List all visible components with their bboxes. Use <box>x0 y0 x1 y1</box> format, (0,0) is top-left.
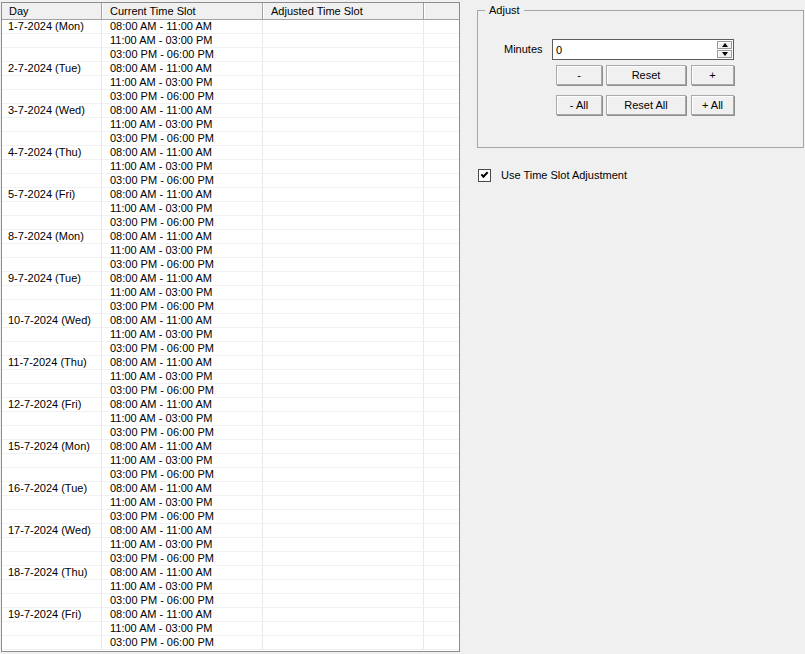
table-row[interactable]: 11:00 AM - 03:00 PM <box>2 412 459 426</box>
table-row[interactable]: 03:00 PM - 06:00 PM <box>2 510 459 524</box>
table-row[interactable]: 03:00 PM - 06:00 PM <box>2 468 459 482</box>
day-cell <box>2 594 102 608</box>
table-row[interactable]: 11:00 AM - 03:00 PM <box>2 244 459 258</box>
adjusted-time-slot-cell <box>263 48 424 62</box>
table-row[interactable]: 11:00 AM - 03:00 PM <box>2 496 459 510</box>
table-row[interactable]: 8-7-2024 (Mon)08:00 AM - 11:00 AM <box>2 230 459 244</box>
adjusted-time-slot-cell <box>263 244 424 258</box>
current-time-slot-cell: 11:00 AM - 03:00 PM <box>102 202 263 216</box>
adjusted-time-slot-cell <box>263 356 424 370</box>
table-row[interactable]: 03:00 PM - 06:00 PM <box>2 300 459 314</box>
day-cell: 3-7-2024 (Wed) <box>2 104 102 118</box>
column-header-current-time-slot[interactable]: Current Time Slot <box>102 3 263 19</box>
day-cell: 4-7-2024 (Thu) <box>2 146 102 160</box>
minus-all-button[interactable]: - All <box>556 95 602 115</box>
adjusted-time-slot-cell <box>263 20 424 34</box>
adjusted-time-slot-cell <box>263 34 424 48</box>
day-cell <box>2 76 102 90</box>
reset-button[interactable]: Reset <box>606 65 686 85</box>
table-row[interactable]: 11:00 AM - 03:00 PM <box>2 370 459 384</box>
minus-button[interactable]: - <box>556 65 602 85</box>
current-time-slot-cell: 11:00 AM - 03:00 PM <box>102 496 263 510</box>
table-row[interactable]: 03:00 PM - 06:00 PM <box>2 426 459 440</box>
use-time-slot-adjustment-label[interactable]: Use Time Slot Adjustment <box>501 169 627 182</box>
use-time-slot-adjustment-checkbox[interactable] <box>478 169 491 182</box>
adjusted-time-slot-cell <box>263 468 424 482</box>
table-row[interactable]: 11:00 AM - 03:00 PM <box>2 202 459 216</box>
current-time-slot-cell: 08:00 AM - 11:00 AM <box>102 482 263 496</box>
table-row[interactable]: 11-7-2024 (Thu)08:00 AM - 11:00 AM <box>2 356 459 370</box>
table-row[interactable]: 16-7-2024 (Tue)08:00 AM - 11:00 AM <box>2 482 459 496</box>
table-body: 1-7-2024 (Mon)08:00 AM - 11:00 AM11:00 A… <box>2 20 459 650</box>
table-row[interactable]: 03:00 PM - 06:00 PM <box>2 216 459 230</box>
spinner-up-button[interactable] <box>717 41 732 49</box>
table-row[interactable]: 15-7-2024 (Mon)08:00 AM - 11:00 AM <box>2 440 459 454</box>
table-row[interactable]: 18-7-2024 (Thu)08:00 AM - 11:00 AM <box>2 566 459 580</box>
table-row[interactable]: 2-7-2024 (Tue)08:00 AM - 11:00 AM <box>2 62 459 76</box>
table-row[interactable]: 03:00 PM - 06:00 PM <box>2 342 459 356</box>
adjusted-time-slot-cell <box>263 384 424 398</box>
table-row[interactable]: 03:00 PM - 06:00 PM <box>2 132 459 146</box>
table-row[interactable]: 03:00 PM - 06:00 PM <box>2 384 459 398</box>
day-cell: 19-7-2024 (Fri) <box>2 608 102 622</box>
table-row[interactable]: 10-7-2024 (Wed)08:00 AM - 11:00 AM <box>2 314 459 328</box>
table-row[interactable]: 11:00 AM - 03:00 PM <box>2 160 459 174</box>
table-row[interactable]: 17-7-2024 (Wed)08:00 AM - 11:00 AM <box>2 524 459 538</box>
current-time-slot-cell: 11:00 AM - 03:00 PM <box>102 244 263 258</box>
plus-all-button[interactable]: + All <box>691 95 734 115</box>
table-row[interactable]: 11:00 AM - 03:00 PM <box>2 622 459 636</box>
day-cell <box>2 580 102 594</box>
day-cell: 9-7-2024 (Tue) <box>2 272 102 286</box>
filler-cell <box>424 510 459 524</box>
day-cell <box>2 328 102 342</box>
minutes-input[interactable] <box>552 39 734 60</box>
adjusted-time-slot-cell <box>263 118 424 132</box>
table-row[interactable]: 3-7-2024 (Wed)08:00 AM - 11:00 AM <box>2 104 459 118</box>
table-row[interactable]: 11:00 AM - 03:00 PM <box>2 286 459 300</box>
filler-cell <box>424 20 459 34</box>
filler-cell <box>424 258 459 272</box>
table-row[interactable]: 11:00 AM - 03:00 PM <box>2 76 459 90</box>
table-row[interactable]: 4-7-2024 (Thu)08:00 AM - 11:00 AM <box>2 146 459 160</box>
plus-button[interactable]: + <box>691 65 734 85</box>
filler-cell <box>424 566 459 580</box>
table-row[interactable]: 11:00 AM - 03:00 PM <box>2 454 459 468</box>
column-header-adjusted-time-slot[interactable]: Adjusted Time Slot <box>263 3 424 19</box>
table-row[interactable]: 03:00 PM - 06:00 PM <box>2 552 459 566</box>
table-row[interactable]: 03:00 PM - 06:00 PM <box>2 48 459 62</box>
filler-cell <box>424 384 459 398</box>
table-row[interactable]: 11:00 AM - 03:00 PM <box>2 118 459 132</box>
table-row[interactable]: 11:00 AM - 03:00 PM <box>2 580 459 594</box>
table-row[interactable]: 03:00 PM - 06:00 PM <box>2 90 459 104</box>
table-row[interactable]: 03:00 PM - 06:00 PM <box>2 636 459 650</box>
day-cell: 16-7-2024 (Tue) <box>2 482 102 496</box>
filler-cell <box>424 370 459 384</box>
current-time-slot-cell: 03:00 PM - 06:00 PM <box>102 48 263 62</box>
current-time-slot-cell: 03:00 PM - 06:00 PM <box>102 132 263 146</box>
adjusted-time-slot-cell <box>263 286 424 300</box>
table-row[interactable]: 5-7-2024 (Fri)08:00 AM - 11:00 AM <box>2 188 459 202</box>
table-row[interactable]: 03:00 PM - 06:00 PM <box>2 594 459 608</box>
filler-cell <box>424 454 459 468</box>
current-time-slot-cell: 03:00 PM - 06:00 PM <box>102 552 263 566</box>
day-cell <box>2 48 102 62</box>
day-cell <box>2 538 102 552</box>
table-row[interactable]: 03:00 PM - 06:00 PM <box>2 174 459 188</box>
day-cell: 1-7-2024 (Mon) <box>2 20 102 34</box>
column-header-day[interactable]: Day <box>2 3 102 19</box>
filler-cell <box>424 188 459 202</box>
table-row[interactable]: 11:00 AM - 03:00 PM <box>2 538 459 552</box>
table-row[interactable]: 12-7-2024 (Fri)08:00 AM - 11:00 AM <box>2 398 459 412</box>
spinner-down-button[interactable] <box>717 50 732 58</box>
adjusted-time-slot-cell <box>263 160 424 174</box>
filler-cell <box>424 160 459 174</box>
table-row[interactable]: 19-7-2024 (Fri)08:00 AM - 11:00 AM <box>2 608 459 622</box>
reset-all-button[interactable]: Reset All <box>606 95 686 115</box>
table-row[interactable]: 11:00 AM - 03:00 PM <box>2 34 459 48</box>
adjusted-time-slot-cell <box>263 202 424 216</box>
table-row[interactable]: 1-7-2024 (Mon)08:00 AM - 11:00 AM <box>2 20 459 34</box>
table-row[interactable]: 9-7-2024 (Tue)08:00 AM - 11:00 AM <box>2 272 459 286</box>
day-cell <box>2 160 102 174</box>
table-row[interactable]: 11:00 AM - 03:00 PM <box>2 328 459 342</box>
table-row[interactable]: 03:00 PM - 06:00 PM <box>2 258 459 272</box>
